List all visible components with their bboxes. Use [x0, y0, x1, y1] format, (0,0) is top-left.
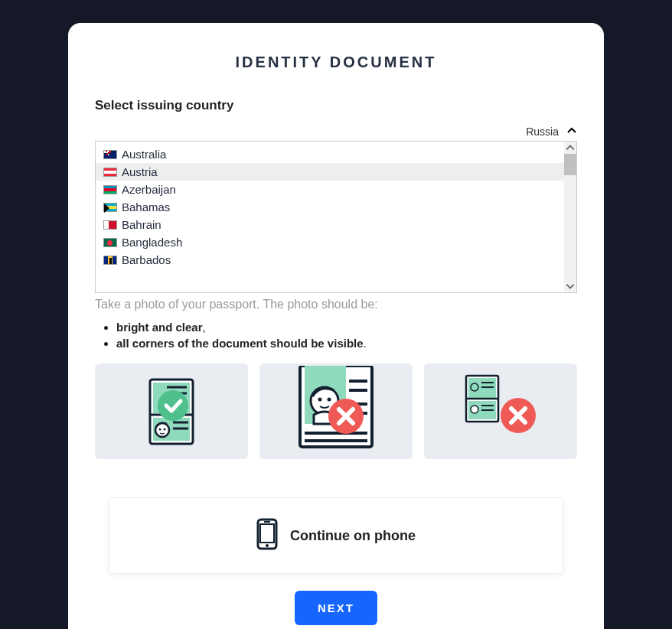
country-option[interactable]: Azerbaijan	[96, 181, 564, 198]
country-option[interactable]: Austria	[96, 163, 564, 181]
select-country-label: Select issuing country	[95, 98, 577, 113]
country-name: Bangladesh	[122, 236, 182, 249]
photo-examples	[95, 363, 577, 459]
country-name: Bahamas	[122, 200, 170, 213]
chevron-up-icon	[566, 125, 577, 136]
page-title: IDENTITY DOCUMENT	[95, 54, 577, 71]
svg-point-31	[471, 406, 478, 413]
requirement-item: bright and clear,	[116, 321, 577, 334]
country-option[interactable]: Bangladesh	[96, 233, 564, 251]
flag-icon	[103, 203, 117, 212]
selected-country-value: Russia	[95, 122, 577, 141]
country-name: Austria	[122, 165, 158, 178]
scroll-up-arrow-icon[interactable]	[566, 143, 575, 152]
continue-on-phone-button[interactable]: Continue on phone	[109, 497, 563, 574]
country-dropdown[interactable]: ArubaAustraliaAustriaAzerbaijanBahamasBa…	[95, 141, 577, 293]
country-name: Bahrain	[122, 218, 161, 231]
flag-icon	[103, 238, 117, 247]
country-select[interactable]: Russia	[95, 122, 577, 141]
scroll-down-arrow-icon[interactable]	[566, 282, 575, 291]
scrollbar-thumb[interactable]	[564, 154, 576, 175]
svg-point-11	[158, 390, 188, 421]
svg-point-37	[266, 544, 269, 547]
instruction-text: Take a photo of your passport. The photo…	[95, 298, 577, 311]
scrollbar[interactable]	[564, 142, 576, 292]
example-bad-cropped	[424, 363, 577, 459]
svg-rect-36	[260, 524, 274, 543]
svg-point-15	[318, 397, 322, 401]
country-option[interactable]: Australia	[96, 145, 564, 163]
flag-icon	[103, 185, 117, 194]
example-good	[95, 363, 248, 459]
continue-on-phone-label: Continue on phone	[290, 528, 416, 544]
identity-document-modal: IDENTITY DOCUMENT Select issuing country…	[68, 23, 604, 629]
country-option[interactable]: Bahrain	[96, 216, 564, 233]
country-name: Aruba	[122, 141, 152, 143]
phone-icon	[256, 518, 278, 553]
requirements-list: bright and clear,all corners of the docu…	[116, 321, 577, 350]
country-option[interactable]: Barbados	[96, 251, 564, 269]
flag-icon	[103, 256, 117, 265]
flag-icon	[103, 141, 117, 142]
svg-point-16	[328, 397, 331, 401]
country-name: Australia	[122, 148, 166, 161]
country-name: Azerbaijan	[122, 183, 176, 196]
flag-icon	[103, 220, 117, 230]
svg-point-7	[159, 428, 161, 430]
svg-point-8	[164, 428, 166, 430]
country-option[interactable]: Bahamas	[96, 198, 564, 216]
flag-icon	[103, 168, 117, 177]
requirement-item: all corners of the document should be vi…	[116, 337, 577, 350]
flag-icon	[103, 150, 117, 159]
example-bad-blurry	[259, 363, 413, 459]
country-name: Barbados	[122, 253, 171, 266]
next-button[interactable]: NEXT	[295, 591, 377, 625]
